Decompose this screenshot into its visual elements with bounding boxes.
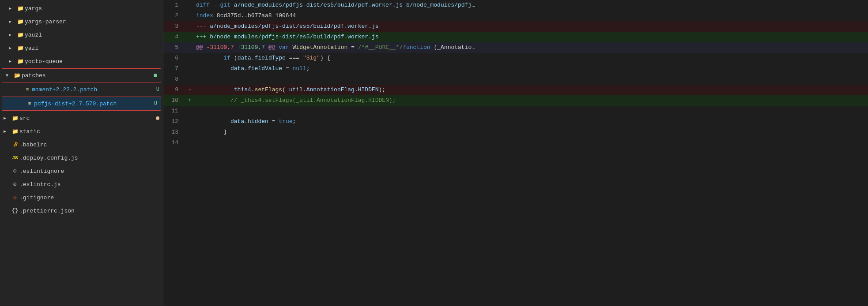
sidebar-item-deploy-config[interactable]: JS .deploy.config.js [0, 151, 163, 164]
folder-icon: 📁 [16, 19, 25, 25]
folder-icon: 📁 [16, 5, 25, 12]
code-line: 14 [163, 138, 868, 148]
line-number: 1 [163, 0, 185, 11]
line-number: 8 [163, 74, 185, 85]
code-line: 2 index 8cd375d..b677aa8 100644 [163, 11, 868, 21]
sidebar-item-yocto-queue[interactable]: ▶ 📁 yocto-queue [0, 55, 163, 68]
chevron-right-icon: ▶ [4, 116, 11, 121]
sidebar-item-yargs[interactable]: ▶ 📁 yargs [0, 2, 163, 15]
code-line: 9 - _this4.setFlags(_util.AnnotationFlag… [163, 85, 868, 95]
line-number: 4 [163, 32, 185, 42]
eslint-file-icon: ⊙ [11, 181, 19, 188]
git-file-icon: ◇ [11, 194, 19, 201]
code-line: 11 [163, 106, 868, 116]
sidebar-item-label: .eslintignore [19, 168, 159, 175]
code-line: 7 data.fieldValue = null; [163, 63, 868, 74]
line-number: 13 [163, 127, 185, 138]
sidebar-item-label: yargs-parser [25, 19, 159, 25]
sidebar-item-yargs-parser[interactable]: ▶ 📁 yargs-parser [0, 15, 163, 28]
sidebar-item-yauzl[interactable]: ▶ 📁 yauzl [0, 28, 163, 41]
sidebar-item-label: static [19, 128, 159, 135]
chevron-down-icon: ▼ [6, 73, 13, 78]
code-line: 1 diff --git a/node_modules/pdfjs-dist/e… [163, 0, 868, 11]
sidebar-item-label: yazl [25, 45, 159, 52]
chevron-right-icon: ▶ [9, 32, 16, 37]
line-content: _this4.setFlags(_util.AnnotationFlag.HID… [194, 85, 868, 95]
chevron-right-icon: ▶ [9, 59, 16, 64]
line-content: @@ -31109,7 +31109,7 @@ var WidgetAnnota… [194, 42, 868, 53]
sidebar-item-static[interactable]: ▶ 📁 static [0, 125, 163, 138]
folder-icon: 📁 [11, 128, 19, 135]
line-number: 10 [163, 95, 185, 106]
sidebar-item-label: patches [22, 72, 154, 79]
sidebar-item-label: .eslintrc.js [19, 181, 159, 188]
json-file-icon: {} [11, 208, 19, 214]
sidebar-item-prettierrc[interactable]: {} .prettierrc.json [0, 204, 163, 217]
patch-file-icon: ≡ [23, 87, 32, 92]
sidebar-item-moment-patch[interactable]: ≡ moment+2.22.2.patch U [0, 83, 163, 96]
folder-icon: 📁 [16, 32, 25, 38]
code-line: 5 @@ -31109,7 +31109,7 @@ var WidgetAnno… [163, 42, 868, 53]
line-content: // _this4.setFlags(_util.AnnotationFlag.… [194, 95, 868, 106]
sidebar-item-patches[interactable]: ▼ 📂 patches [2, 69, 161, 82]
folder-icon: 📁 [11, 115, 19, 122]
sidebar-item-eslintrc[interactable]: ⊙ .eslintrc.js [0, 178, 163, 191]
sidebar-item-label: yargs [25, 5, 159, 12]
line-number: 14 [163, 138, 185, 148]
code-line: 8 [163, 74, 868, 85]
chevron-right-icon: ▶ [9, 6, 16, 11]
modified-dot [154, 74, 157, 77]
sidebar-item-label: pdfjs-dist+2.7.570.patch [34, 101, 151, 107]
chevron-right-icon: ▶ [9, 45, 16, 51]
code-line: 4 +++ b/node_modules/pdfjs-dist/es5/buil… [163, 32, 868, 42]
modified-badge: U [154, 101, 157, 107]
js-file-icon: JS [11, 155, 19, 160]
sidebar-item-label: .deploy.config.js [19, 155, 159, 161]
line-content [194, 138, 868, 148]
editor-content[interactable]: 1 diff --git a/node_modules/pdfjs-dist/e… [163, 0, 868, 306]
line-content [194, 106, 868, 116]
folder-icon: 📁 [16, 58, 25, 65]
eslint-file-icon: ⊙ [11, 168, 19, 175]
line-content: diff --git a/node_modules/pdfjs-dist/es5… [194, 0, 868, 11]
sidebar-item-label: yauzl [25, 32, 159, 38]
babel-file-icon: 𝐵 [11, 142, 19, 148]
modified-dot [156, 116, 159, 120]
sidebar-item-gitignore[interactable]: ◇ .gitignore [0, 191, 163, 204]
line-number: 5 [163, 42, 185, 53]
patch-file-icon: ≡ [25, 101, 34, 106]
sidebar-item-label: .prettierrc.json [19, 208, 159, 214]
line-number: 2 [163, 11, 185, 21]
code-line: 10 + // _this4.setFlags(_util.Annotation… [163, 95, 868, 106]
sidebar: ▶ 📁 yargs ▶ 📁 yargs-parser ▶ 📁 yauzl ▶ 📁… [0, 0, 163, 306]
line-number: 6 [163, 53, 185, 63]
line-number: 3 [163, 21, 185, 32]
code-line: 3 --- a/node_modules/pdfjs-dist/es5/buil… [163, 21, 868, 32]
sidebar-item-pdfjs-patch[interactable]: ≡ pdfjs-dist+2.7.570.patch U [2, 97, 161, 110]
editor: 1 diff --git a/node_modules/pdfjs-dist/e… [163, 0, 868, 306]
sidebar-item-babelrc[interactable]: 𝐵 .babelrc [0, 138, 163, 151]
line-content: if (data.fieldType === "Sig") { [194, 53, 868, 63]
line-content: data.hidden = true; [194, 116, 868, 127]
chevron-right-icon: ▶ [4, 129, 11, 134]
sidebar-item-label: .babelrc [19, 142, 159, 148]
line-gutter: + [185, 95, 194, 106]
code-line: 12 data.hidden = true; [163, 116, 868, 127]
line-content [194, 74, 868, 85]
sidebar-item-eslintignore[interactable]: ⊙ .eslintignore [0, 164, 163, 178]
sidebar-item-label: yocto-queue [25, 58, 159, 65]
sidebar-item-src[interactable]: ▶ 📁 src [0, 112, 163, 125]
sidebar-item-label: src [19, 115, 156, 122]
line-number: 12 [163, 116, 185, 127]
modified-badge: U [156, 86, 159, 93]
line-content: } [194, 127, 868, 138]
sidebar-item-label: .gitignore [19, 194, 159, 201]
folder-open-icon: 📂 [13, 72, 22, 79]
sidebar-item-yazl[interactable]: ▶ 📁 yazl [0, 41, 163, 55]
line-number: 7 [163, 63, 185, 74]
line-content: +++ b/node_modules/pdfjs-dist/es5/build/… [194, 32, 868, 42]
line-number: 11 [163, 106, 185, 116]
line-content: index 8cd375d..b677aa8 100644 [194, 11, 868, 21]
sidebar-item-label: moment+2.22.2.patch [32, 86, 154, 93]
line-content: data.fieldValue = null; [194, 63, 868, 74]
